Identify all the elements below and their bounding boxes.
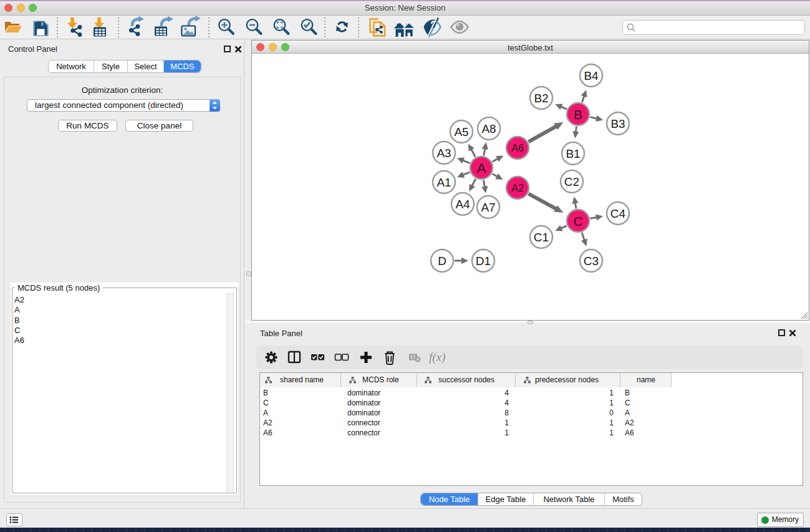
svg-text:B2: B2: [534, 92, 548, 105]
svg-text:B4: B4: [584, 69, 599, 82]
svg-text:A7: A7: [481, 201, 495, 214]
svg-text:B1: B1: [566, 147, 580, 160]
svg-text:A8: A8: [481, 122, 496, 135]
svg-text:C1: C1: [534, 231, 549, 244]
svg-text:C4: C4: [610, 207, 626, 220]
svg-text:C2: C2: [564, 175, 579, 188]
svg-text:B: B: [574, 107, 582, 122]
svg-text:D1: D1: [476, 254, 491, 268]
svg-text:D: D: [438, 254, 446, 268]
svg-text:A1: A1: [436, 176, 451, 189]
svg-text:A5: A5: [454, 125, 468, 138]
svg-text:A2: A2: [511, 183, 524, 193]
svg-text:B3: B3: [610, 117, 625, 130]
svg-text:f(x): f(x): [429, 351, 445, 364]
svg-text:C: C: [573, 214, 582, 228]
svg-text:A: A: [477, 160, 486, 176]
svg-text:A3: A3: [436, 147, 451, 160]
svg-text:C3: C3: [584, 254, 599, 268]
svg-text:A6: A6: [511, 143, 524, 153]
svg-text:A4: A4: [455, 198, 470, 211]
